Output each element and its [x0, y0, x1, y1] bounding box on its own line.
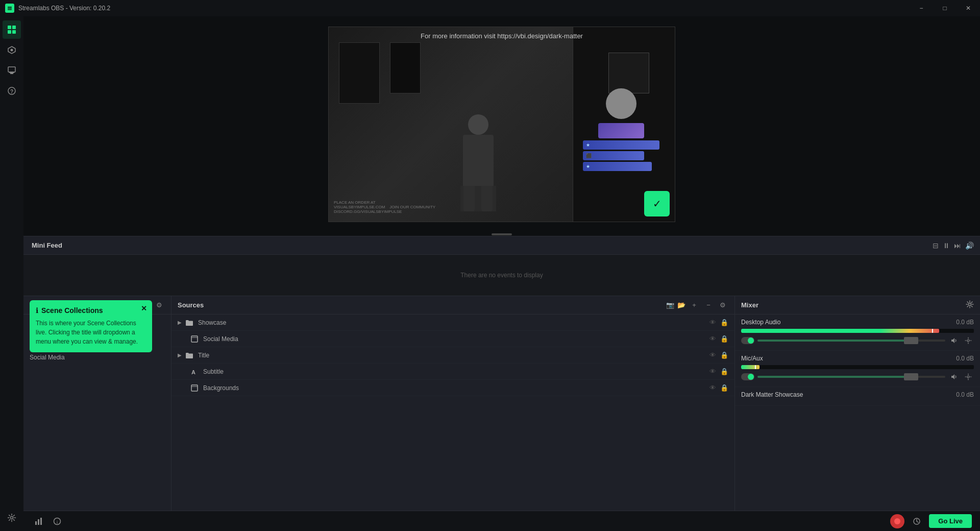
avatar-body — [598, 123, 644, 138]
tooltip-body: This is where your Scene Collections liv… — [36, 319, 146, 346]
feed-skip-icon[interactable]: ⏭ — [954, 242, 961, 250]
mic-aux-slider-thumb[interactable] — [904, 373, 918, 380]
drag-handle[interactable] — [492, 233, 512, 235]
mic-aux-db: 0.0 dB — [948, 355, 974, 362]
desktop-audio-slider-fill — [757, 340, 908, 342]
backgrounds-lock-icon[interactable]: 🔒 — [720, 384, 728, 392]
mixer-channel-desktop-audio: Desktop Audio 0.0 dB — [735, 315, 980, 351]
bottom-bar-left: i — [32, 514, 64, 528]
sidebar-item-themes[interactable] — [3, 61, 21, 80]
source-item-backgrounds[interactable]: Backgrounds 👁 🔒 — [172, 380, 734, 396]
sources-camera-icon[interactable]: 📷 — [666, 301, 674, 309]
bottom-bar: i Go Live — [23, 511, 980, 531]
sidebar-item-help[interactable]: ? — [3, 82, 21, 100]
close-button[interactable]: ✕ — [957, 0, 980, 16]
go-live-button[interactable]: Go Live — [929, 514, 972, 528]
sources-folder-icon[interactable]: 📂 — [677, 301, 685, 309]
source-item-showcase[interactable]: ▶ Showcase 👁 🔒 — [172, 315, 734, 331]
backgrounds-icon — [190, 383, 199, 393]
game-wall-1 — [339, 42, 380, 104]
scenes-settings-button[interactable]: ⚙ — [154, 300, 165, 311]
feed-pause-icon[interactable]: ⏸ — [943, 242, 950, 250]
sidebar-item-settings[interactable] — [3, 509, 21, 527]
mic-aux-slider-fill — [757, 376, 908, 378]
sidebar-item-scenes[interactable] — [3, 20, 21, 39]
preview-canvas: ★ ⬛ ★ For more information visit https:/… — [328, 27, 675, 222]
svg-rect-7 — [12, 30, 16, 34]
source-item-subtitle[interactable]: A Subtitle 👁 🔒 — [172, 364, 734, 380]
svg-rect-15 — [191, 336, 198, 342]
feed-filter-icon[interactable]: ⊟ — [933, 242, 939, 250]
showcase-actions: 👁 🔒 — [709, 319, 728, 326]
tooltip-close-button[interactable]: ✕ — [141, 304, 147, 312]
maximize-button[interactable]: □ — [933, 0, 957, 16]
window-controls: − □ ✕ — [910, 0, 980, 16]
social-media-actions: 👁 🔒 — [709, 335, 728, 343]
title-actions: 👁 🔒 — [709, 351, 728, 359]
source-item-title[interactable]: ▶ Title 👁 🔒 — [172, 347, 734, 364]
app-title: Streamlabs OBS - Version: 0.20.2 — [18, 5, 110, 12]
subtitle-lock-icon[interactable]: 🔒 — [720, 368, 728, 375]
preview-info-text: For more information visit https://vbi.d… — [329, 32, 675, 40]
social-media-eye-icon[interactable]: 👁 — [709, 335, 716, 343]
showcase-eye-icon[interactable]: 👁 — [709, 319, 716, 326]
svg-rect-24 — [38, 519, 39, 525]
sources-remove-button[interactable]: − — [703, 300, 714, 311]
mixer-channel-mic-aux: Mic/Aux 0.0 dB — [735, 351, 980, 387]
app-icon — [5, 4, 14, 13]
sidebar-item-plugins[interactable] — [3, 41, 21, 59]
title-lock-icon[interactable]: 🔒 — [720, 351, 728, 359]
mic-aux-mute-button[interactable] — [948, 371, 960, 382]
desktop-audio-toggle-thumb — [748, 337, 754, 344]
game-overlay-card: ★ ⬛ ★ — [583, 88, 659, 173]
sources-list: ▶ Showcase 👁 🔒 — [172, 315, 734, 396]
backgrounds-actions: 👁 🔒 — [709, 384, 728, 392]
desktop-audio-slider[interactable] — [757, 340, 945, 342]
mic-aux-toggle[interactable] — [741, 373, 754, 380]
subtitle-eye-icon[interactable]: 👁 — [709, 368, 716, 375]
sources-add-button[interactable]: + — [689, 300, 700, 311]
social-media-lock-icon[interactable]: 🔒 — [720, 335, 728, 343]
history-icon-button[interactable] — [910, 514, 924, 528]
sources-panel-actions: 📷 📂 + − ⚙ — [666, 300, 728, 311]
feed-volume-icon[interactable]: 🔊 — [965, 242, 974, 250]
mixer-panel: Mixer Desktop Audio 0.0 dB — [735, 296, 980, 531]
svg-text:?: ? — [10, 89, 13, 94]
svg-rect-23 — [35, 521, 37, 525]
mixer-settings-button[interactable] — [966, 300, 974, 310]
svg-rect-4 — [8, 26, 11, 29]
preview-area: ★ ⬛ ★ For more information visit https:/… — [23, 16, 980, 236]
svg-rect-6 — [8, 30, 11, 34]
desktop-audio-mute-button[interactable] — [948, 335, 960, 346]
dark-matter-label: Dark Matter Showcase — [741, 391, 948, 398]
backgrounds-eye-icon[interactable]: 👁 — [709, 384, 716, 392]
mixer-panel-title: Mixer — [741, 301, 966, 309]
chart-icon-button[interactable] — [32, 514, 46, 528]
subtitle-icon: A — [190, 367, 199, 376]
desktop-audio-peak — [932, 329, 933, 333]
sources-settings-button[interactable]: ⚙ — [717, 300, 728, 311]
svg-rect-25 — [40, 518, 42, 525]
svg-point-22 — [967, 376, 969, 378]
mic-aux-fill — [741, 365, 760, 369]
info-icon-button[interactable]: i — [50, 514, 64, 528]
mic-aux-slider[interactable] — [757, 376, 945, 378]
sidebar: ? — [0, 16, 23, 531]
minimize-button[interactable]: − — [910, 0, 933, 16]
desktop-audio-header: Desktop Audio 0.0 dB — [741, 319, 974, 326]
titlebar: Streamlabs OBS - Version: 0.20.2 − □ ✕ — [0, 0, 980, 16]
svg-rect-11 — [9, 72, 14, 73]
sidebar-bottom — [3, 509, 21, 531]
desktop-audio-toggle[interactable] — [741, 337, 754, 344]
scenes-panel: Scenes + − ⚙ ℹ Scene Collections ✕ This … — [23, 296, 172, 531]
showcase-lock-icon[interactable]: 🔒 — [720, 319, 728, 326]
tooltip-title: Scene Collections — [41, 306, 103, 315]
source-item-social-media[interactable]: Social Media 👁 🔒 — [172, 331, 734, 347]
desktop-audio-slider-thumb[interactable] — [904, 337, 918, 344]
desktop-audio-settings-button[interactable] — [963, 335, 974, 346]
source-label-subtitle: Subtitle — [203, 368, 224, 375]
rec-button[interactable] — [890, 514, 904, 528]
mic-aux-settings-button[interactable] — [963, 371, 974, 382]
title-eye-icon[interactable]: 👁 — [709, 351, 716, 359]
svg-rect-3 — [8, 9, 12, 10]
